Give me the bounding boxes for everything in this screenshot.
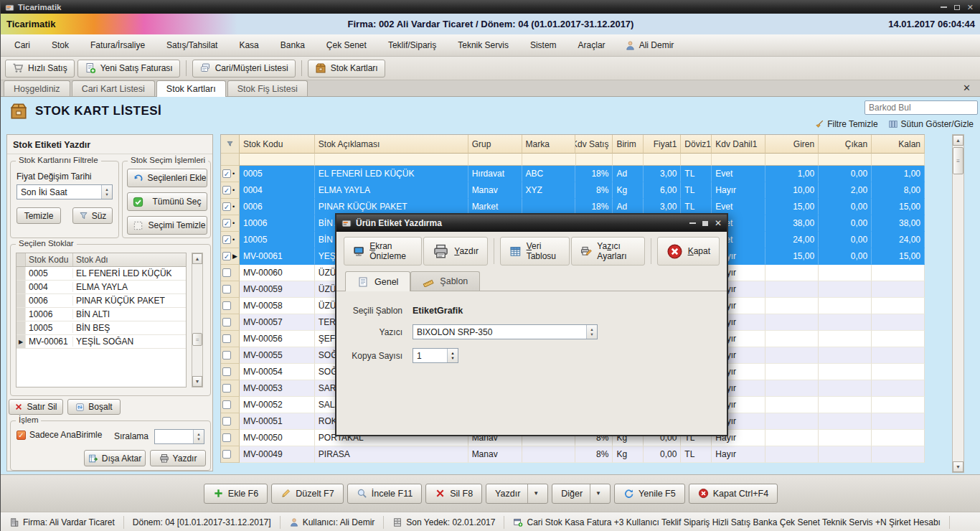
grid-filter-cell[interactable] bbox=[681, 154, 712, 166]
dialog-close-icon[interactable]: ✕ bbox=[715, 219, 722, 227]
grid-column-header-kalan[interactable]: Kalan bbox=[872, 135, 925, 154]
row-checkbox[interactable]: ✓ bbox=[222, 186, 231, 194]
minimize-icon[interactable] bbox=[941, 6, 947, 8]
row-checkbox[interactable] bbox=[222, 318, 231, 326]
grid-column-header-grup[interactable]: Grup bbox=[468, 135, 522, 154]
stock-grid-scrollbar[interactable]: ▲ ≡ ▼ bbox=[952, 134, 964, 473]
dialog-minimize-icon[interactable] bbox=[689, 222, 696, 224]
row-checkbox[interactable] bbox=[222, 367, 231, 376]
grid-filter-cell[interactable] bbox=[221, 154, 240, 166]
spinner-icon[interactable]: ▲▼ bbox=[447, 349, 458, 362]
toolbar-button-4[interactable]: Stok Kartları bbox=[308, 60, 385, 77]
printer-select[interactable]: BIXOLON SRP-350 ▲▼ bbox=[413, 324, 598, 339]
menu-item-kasa[interactable]: Kasa bbox=[228, 36, 269, 55]
sort-input[interactable]: ▲▼ bbox=[154, 429, 204, 444]
stock-row-0005[interactable]: ✓•0005EL FENERİ LED KÜÇÜKHırdavatABC18%A… bbox=[221, 166, 925, 182]
grid-filter-cell[interactable] bbox=[613, 154, 644, 166]
spinner-icon[interactable]: ▲▼ bbox=[586, 325, 597, 339]
dialog-button-kapat[interactable]: Kapat bbox=[657, 237, 720, 266]
selected-stock-row[interactable]: ▶MV-00061YEŞİL SOĞAN bbox=[17, 335, 186, 349]
menu-item-stok[interactable]: Stok bbox=[41, 36, 80, 55]
scroll-thumb[interactable]: ≡ bbox=[953, 147, 963, 174]
dropdown-arrow-icon[interactable]: ▼ bbox=[590, 484, 601, 503]
grid-column-header-dahil[interactable]: Kdv Dahil1 bbox=[712, 135, 765, 154]
menu-item-cari[interactable]: Cari bbox=[4, 36, 41, 55]
row-checkbox[interactable] bbox=[222, 417, 231, 426]
row-checkbox[interactable] bbox=[222, 334, 231, 343]
toolbar-button-1[interactable]: Hızlı Satış bbox=[5, 60, 75, 77]
selected-stocks-scrollbar[interactable]: ▲ = ▼ bbox=[192, 253, 203, 387]
scroll-up-icon[interactable]: ▲ bbox=[192, 253, 202, 264]
menu-item-teklif-sipari-[interactable]: Teklif/Sipariş bbox=[377, 36, 447, 55]
menu-item--ek-senet[interactable]: Çek Senet bbox=[316, 36, 377, 55]
action-button-kapat-ctrl+f4[interactable]: Kapat Ctrl+F4 bbox=[689, 484, 778, 504]
grid-filter-cell[interactable] bbox=[819, 154, 872, 166]
clear-filter-button[interactable]: Temizle bbox=[17, 207, 61, 224]
selected-stock-row[interactable]: 10006BİN ALTI bbox=[17, 308, 186, 321]
scroll-up-icon[interactable]: ▲ bbox=[953, 135, 963, 146]
grid-column-header-code[interactable]: Stok Kodu bbox=[240, 135, 315, 154]
grid-filter-cell[interactable] bbox=[522, 154, 576, 166]
grid-column-header-giren[interactable]: Giren bbox=[765, 135, 819, 154]
grid-column-header-birim[interactable]: Birim bbox=[613, 135, 644, 154]
filter-clear-link[interactable]: Filtre Temizle bbox=[814, 119, 877, 129]
row-checkbox[interactable] bbox=[222, 384, 231, 393]
menu-item-ara-lar[interactable]: Araçlar bbox=[567, 36, 616, 55]
row-checkbox[interactable] bbox=[222, 268, 231, 277]
scroll-down-icon[interactable]: ▼ bbox=[192, 376, 202, 387]
grid-filter-cell[interactable] bbox=[576, 154, 613, 166]
column-toggle-link[interactable]: Sütun Göster/Gizle bbox=[888, 119, 974, 129]
row-checkbox[interactable] bbox=[222, 351, 231, 360]
menu-item-sat-tahsilat[interactable]: Satış/Tahsilat bbox=[156, 36, 228, 55]
row-checkbox[interactable]: ✓ bbox=[222, 252, 231, 260]
grid-filter-cell[interactable] bbox=[468, 154, 522, 166]
action-button-sil-f8[interactable]: Sil F8 bbox=[425, 484, 482, 504]
dialog-tab--ablon[interactable]: Şablon bbox=[410, 271, 480, 291]
toolbar-button-2[interactable]: Yeni Satış Faturası bbox=[77, 60, 180, 77]
menu-user[interactable]: Ali Demir bbox=[616, 37, 683, 54]
selection-button-2[interactable]: Tümünü Seç bbox=[127, 192, 207, 211]
grid-column-header-cikan[interactable]: Çıkan bbox=[819, 135, 872, 154]
grid-column-header-fiyat[interactable]: Fiyat1 bbox=[644, 135, 681, 154]
menu-item-banka[interactable]: Banka bbox=[270, 36, 316, 55]
action-button-d-zelt-f7[interactable]: Düzelt F7 bbox=[271, 484, 344, 504]
delete-row-button[interactable]: Satır Sil bbox=[9, 399, 63, 415]
selected-stock-row[interactable]: 0004ELMA YAYLA bbox=[17, 281, 186, 294]
grid-filter-cell[interactable] bbox=[315, 154, 468, 166]
scroll-down-icon[interactable]: ▼ bbox=[953, 461, 963, 472]
restore-icon[interactable] bbox=[954, 5, 960, 10]
stock-row-MV-00049[interactable]: MV-00049PIRASAManav8%Kg0,00TLHayır bbox=[221, 446, 925, 463]
action-button-i-ncele-f11[interactable]: İncele F11 bbox=[347, 484, 422, 504]
dialog-maximize-icon[interactable] bbox=[702, 221, 708, 226]
toolbar-button-3[interactable]: Cari/Müşteri Listesi bbox=[192, 60, 296, 77]
grid-filter-cell[interactable] bbox=[644, 154, 681, 166]
grid-filter-cell[interactable] bbox=[712, 154, 765, 166]
dropdown-arrow-icon[interactable]: ▼ bbox=[527, 484, 539, 503]
menu-item-sistem[interactable]: Sistem bbox=[519, 36, 567, 55]
grid-filter-cell[interactable] bbox=[765, 154, 819, 166]
spinner-icon[interactable]: ▲▼ bbox=[193, 430, 204, 443]
action-button-di-er[interactable]: Diğer▼ bbox=[552, 484, 611, 504]
empty-list-button[interactable]: Boşalt bbox=[67, 399, 121, 415]
selection-button-1[interactable]: Seçilenleri Ekle bbox=[127, 169, 207, 187]
stock-row-0004[interactable]: ✓•0004ELMA YAYLAManavXYZ8%Kg6,00TLHayır1… bbox=[221, 182, 925, 199]
scroll-thumb[interactable]: = bbox=[192, 333, 202, 346]
row-checkbox[interactable] bbox=[222, 400, 231, 409]
selected-stock-row[interactable]: 0005EL FENERİ LED KÜÇÜK bbox=[17, 267, 186, 281]
grid-column-header-doviz[interactable]: Döviz1 bbox=[681, 135, 712, 154]
selected-stock-row[interactable]: 10005BİN BEŞ bbox=[17, 321, 186, 335]
barcode-search-input[interactable] bbox=[865, 103, 980, 113]
grid-filter-cell[interactable] bbox=[872, 154, 925, 166]
action-button-ekle-f6[interactable]: Ekle F6 bbox=[204, 484, 268, 504]
row-checkbox[interactable] bbox=[222, 450, 231, 459]
grid-column-header-desc[interactable]: Stok Açıklaması bbox=[315, 135, 468, 154]
price-change-date-select[interactable]: Son İki Saat ▲▼ bbox=[17, 184, 113, 199]
row-checkbox[interactable] bbox=[222, 433, 231, 442]
tab-cari-kart-listesi[interactable]: Cari Kart Listesi bbox=[72, 80, 155, 96]
menu-item-fatura-i-rsaliye[interactable]: Fatura/İrsaliye bbox=[80, 36, 156, 55]
main-unit-checkbox[interactable]: ✓ bbox=[17, 431, 26, 440]
selected-stock-row[interactable]: 0006PINAR KÜÇÜK PAKET bbox=[17, 294, 186, 308]
dialog-button-veri-tablosu[interactable]: Veri Tablosu bbox=[500, 237, 570, 266]
grid-column-header-marka[interactable]: Marka bbox=[522, 135, 576, 154]
action-button-yazd-r[interactable]: Yazdır▼ bbox=[486, 484, 548, 504]
